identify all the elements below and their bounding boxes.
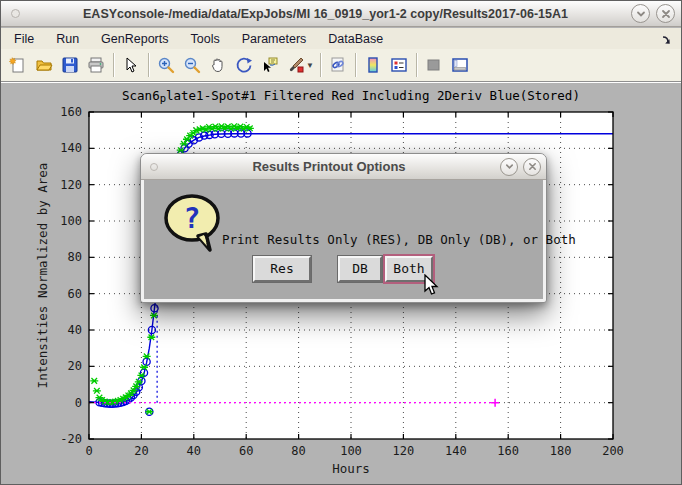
menu-genreports[interactable]: GenReports	[92, 30, 177, 48]
svg-text:40: 40	[187, 444, 201, 458]
app-window: EASYconsole-/media/data/ExpJobs/MI 16_09…	[0, 0, 682, 485]
dialog-body: ? Print Results Only (RES), DB Only (DB)…	[144, 180, 543, 299]
menu-bar: File Run GenReports Tools Parameters Dat…	[1, 28, 681, 49]
svg-text:?: ?	[184, 202, 201, 235]
svg-text:60: 60	[239, 444, 253, 458]
zoom-in-button[interactable]	[153, 52, 179, 78]
dialog-minimize-button[interactable]	[500, 158, 518, 176]
print-figure-button[interactable]	[83, 52, 109, 78]
link-plot-button[interactable]	[325, 52, 351, 78]
db-button[interactable]: DB	[338, 256, 382, 282]
new-figure-button[interactable]	[5, 52, 31, 78]
zoom-out-button[interactable]	[179, 52, 205, 78]
menu-file[interactable]: File	[5, 30, 43, 48]
data-cursor-icon	[261, 56, 279, 74]
legend-icon	[390, 56, 408, 74]
dialog-message: Print Results Only (RES), DB Only (DB), …	[222, 232, 533, 247]
save-figure-button[interactable]	[57, 52, 83, 78]
res-button[interactable]: Res	[253, 256, 311, 282]
menu-database[interactable]: DataBase	[319, 30, 392, 48]
new-figure-icon	[9, 56, 27, 74]
svg-text:100: 100	[60, 214, 82, 228]
insert-legend-button[interactable]	[386, 52, 412, 78]
svg-text:0: 0	[75, 396, 82, 410]
svg-text:60: 60	[68, 287, 82, 301]
rotate-3d-icon	[235, 56, 253, 74]
colorbar-icon	[364, 56, 382, 74]
chevron-down-icon	[636, 9, 646, 19]
svg-text:100: 100	[340, 444, 362, 458]
window-title: EASYconsole-/media/data/ExpJobs/MI 16_09…	[20, 7, 631, 21]
svg-text:180: 180	[550, 444, 572, 458]
print-icon	[87, 56, 105, 74]
svg-text:120: 120	[60, 178, 82, 192]
svg-text:0: 0	[85, 444, 92, 458]
hide-plot-tools-button[interactable]	[421, 52, 447, 78]
dialog-menu-icon	[150, 163, 158, 171]
pan-button[interactable]	[205, 52, 231, 78]
pointer-arrow-icon	[122, 56, 140, 74]
close-icon	[661, 9, 671, 19]
show-plot-tools-icon	[451, 56, 469, 74]
data-cursor-button[interactable]	[257, 52, 283, 78]
brush-icon	[287, 56, 305, 74]
menu-run[interactable]: Run	[47, 30, 88, 48]
minimize-button[interactable]	[631, 4, 650, 23]
results-printout-dialog: Results Printout Options ? Print Results…	[140, 153, 547, 303]
link-plot-icon	[329, 56, 347, 74]
zoom-out-icon	[183, 56, 201, 74]
svg-text:40: 40	[68, 323, 82, 337]
dock-arrow-icon[interactable]	[661, 33, 673, 45]
svg-text:200: 200	[602, 444, 624, 458]
close-icon	[528, 162, 537, 171]
svg-text:140: 140	[445, 444, 467, 458]
svg-text:160: 160	[60, 105, 82, 119]
svg-text:80: 80	[291, 444, 305, 458]
svg-text:Scan6plate1-Spot#1 Filtered Re: Scan6plate1-Spot#1 Filtered Red Includin…	[122, 88, 580, 104]
svg-text:80: 80	[68, 250, 82, 264]
svg-text:-20: -20	[60, 432, 82, 446]
zoom-in-icon	[157, 56, 175, 74]
question-bubble-icon: ?	[160, 192, 228, 254]
dialog-close-button[interactable]	[523, 158, 541, 176]
window-titlebar: EASYconsole-/media/data/ExpJobs/MI 16_09…	[1, 1, 681, 27]
open-file-button[interactable]	[31, 52, 57, 78]
open-file-icon	[35, 56, 53, 74]
edit-arrow-button[interactable]	[118, 52, 144, 78]
dialog-titlebar: Results Printout Options	[141, 154, 546, 180]
insert-colorbar-button[interactable]	[360, 52, 386, 78]
dialog-title: Results Printout Options	[158, 159, 500, 174]
svg-text:160: 160	[497, 444, 519, 458]
show-plot-tools-button[interactable]	[447, 52, 473, 78]
chevron-down-icon	[505, 162, 514, 171]
svg-text:20: 20	[134, 444, 148, 458]
svg-text:120: 120	[393, 444, 415, 458]
menu-tools[interactable]: Tools	[182, 30, 229, 48]
hide-plot-tools-icon	[425, 56, 443, 74]
save-icon	[61, 56, 79, 74]
close-button[interactable]	[656, 4, 675, 23]
dialog-button-row: Res DB Both	[144, 256, 543, 286]
hand-pan-icon	[209, 56, 227, 74]
svg-text:Hours: Hours	[332, 461, 370, 476]
rotate-3d-button[interactable]	[231, 52, 257, 78]
svg-text:Intensities Normalized by Area: Intensities Normalized by Area	[35, 163, 50, 389]
svg-text:20: 20	[68, 359, 82, 373]
brush-dropdown-caret[interactable]: ▼	[306, 61, 314, 70]
svg-text:140: 140	[60, 141, 82, 155]
window-menu-icon[interactable]	[11, 9, 20, 18]
mouse-cursor-icon	[421, 274, 439, 296]
menu-parameters[interactable]: Parameters	[233, 30, 316, 48]
figure-toolbar: ▼	[1, 49, 681, 82]
